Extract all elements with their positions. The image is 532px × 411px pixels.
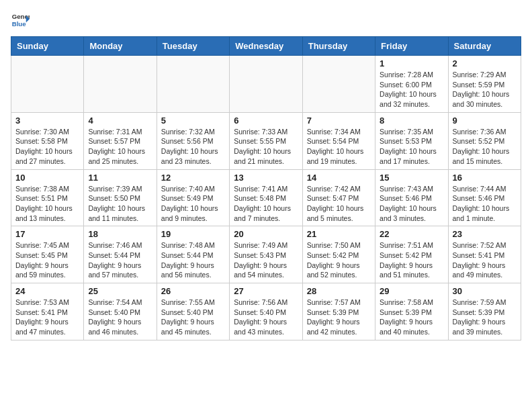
calendar-cell: 11Sunrise: 7:39 AM Sunset: 5:50 PM Dayli… (84, 169, 157, 226)
calendar-cell: 16Sunrise: 7:44 AM Sunset: 5:46 PM Dayli… (448, 169, 521, 226)
calendar-cell: 6Sunrise: 7:33 AM Sunset: 5:55 PM Daylig… (230, 112, 302, 169)
calendar-cell: 7Sunrise: 7:34 AM Sunset: 5:54 PM Daylig… (302, 112, 375, 169)
calendar-cell: 28Sunrise: 7:57 AM Sunset: 5:39 PM Dayli… (302, 283, 375, 340)
day-info: Sunrise: 7:42 AM Sunset: 5:47 PM Dayligh… (307, 184, 371, 224)
day-info: Sunrise: 7:55 AM Sunset: 5:40 PM Dayligh… (161, 298, 225, 337)
calendar-cell: 17Sunrise: 7:45 AM Sunset: 5:45 PM Dayli… (11, 226, 84, 283)
day-number: 22 (380, 229, 443, 239)
calendar-cell: 14Sunrise: 7:42 AM Sunset: 5:47 PM Dayli… (302, 169, 375, 226)
day-info: Sunrise: 7:49 AM Sunset: 5:43 PM Dayligh… (234, 240, 298, 280)
calendar-cell: 12Sunrise: 7:40 AM Sunset: 5:49 PM Dayli… (157, 169, 229, 226)
day-number: 7 (307, 116, 371, 126)
calendar-cell: 19Sunrise: 7:48 AM Sunset: 5:44 PM Dayli… (157, 226, 229, 283)
calendar-cell: 2Sunrise: 7:29 AM Sunset: 5:59 PM Daylig… (448, 56, 521, 113)
calendar-week-row: 10Sunrise: 7:38 AM Sunset: 5:51 PM Dayli… (11, 169, 521, 226)
calendar-table: SundayMondayTuesdayWednesdayThursdayFrid… (11, 36, 521, 340)
calendar-cell: 3Sunrise: 7:30 AM Sunset: 5:58 PM Daylig… (11, 112, 84, 169)
day-info: Sunrise: 7:38 AM Sunset: 5:51 PM Dayligh… (15, 184, 79, 224)
calendar-cell: 25Sunrise: 7:54 AM Sunset: 5:40 PM Dayli… (84, 283, 157, 340)
day-number: 9 (453, 116, 517, 126)
calendar-cell: 20Sunrise: 7:49 AM Sunset: 5:43 PM Dayli… (230, 226, 302, 283)
day-number: 26 (161, 286, 225, 296)
day-number: 3 (15, 116, 79, 126)
logo-icon: General Blue (11, 11, 30, 30)
calendar-cell (11, 56, 84, 113)
day-number: 21 (307, 229, 371, 239)
calendar-cell: 27Sunrise: 7:56 AM Sunset: 5:40 PM Dayli… (230, 283, 302, 340)
day-number: 1 (380, 58, 443, 68)
day-number: 27 (234, 286, 298, 296)
calendar-cell: 26Sunrise: 7:55 AM Sunset: 5:40 PM Dayli… (157, 283, 229, 340)
calendar-cell: 13Sunrise: 7:41 AM Sunset: 5:48 PM Dayli… (230, 169, 302, 226)
day-info: Sunrise: 7:45 AM Sunset: 5:45 PM Dayligh… (15, 240, 79, 280)
column-header-tuesday: Tuesday (157, 37, 229, 56)
day-number: 13 (234, 173, 298, 183)
day-info: Sunrise: 7:39 AM Sunset: 5:50 PM Dayligh… (88, 184, 152, 224)
calendar-cell (84, 56, 157, 113)
day-number: 6 (234, 116, 298, 126)
day-info: Sunrise: 7:50 AM Sunset: 5:42 PM Dayligh… (307, 240, 371, 280)
day-number: 16 (453, 173, 517, 183)
calendar-cell: 15Sunrise: 7:43 AM Sunset: 5:46 PM Dayli… (375, 169, 448, 226)
calendar-cell: 22Sunrise: 7:51 AM Sunset: 5:42 PM Dayli… (375, 226, 448, 283)
logo: General Blue (11, 11, 32, 30)
calendar-cell: 10Sunrise: 7:38 AM Sunset: 5:51 PM Dayli… (11, 169, 84, 226)
calendar-week-row: 17Sunrise: 7:45 AM Sunset: 5:45 PM Dayli… (11, 226, 521, 283)
page-header: General Blue (11, 11, 521, 30)
day-number: 23 (453, 229, 517, 239)
day-number: 20 (234, 229, 298, 239)
day-number: 2 (453, 58, 517, 68)
day-info: Sunrise: 7:35 AM Sunset: 5:53 PM Dayligh… (380, 127, 443, 167)
day-number: 11 (88, 173, 152, 183)
column-header-thursday: Thursday (302, 37, 375, 56)
day-number: 19 (161, 229, 225, 239)
column-header-friday: Friday (375, 37, 448, 56)
day-info: Sunrise: 7:43 AM Sunset: 5:46 PM Dayligh… (380, 184, 443, 224)
day-info: Sunrise: 7:57 AM Sunset: 5:39 PM Dayligh… (307, 298, 371, 337)
calendar-cell: 8Sunrise: 7:35 AM Sunset: 5:53 PM Daylig… (375, 112, 448, 169)
calendar-cell: 30Sunrise: 7:59 AM Sunset: 5:39 PM Dayli… (448, 283, 521, 340)
day-info: Sunrise: 7:33 AM Sunset: 5:55 PM Dayligh… (234, 127, 298, 167)
calendar-cell: 1Sunrise: 7:28 AM Sunset: 6:00 PM Daylig… (375, 56, 448, 113)
day-number: 4 (88, 116, 152, 126)
day-info: Sunrise: 7:52 AM Sunset: 5:41 PM Dayligh… (453, 240, 517, 280)
day-info: Sunrise: 7:53 AM Sunset: 5:41 PM Dayligh… (15, 298, 79, 337)
calendar-cell: 21Sunrise: 7:50 AM Sunset: 5:42 PM Dayli… (302, 226, 375, 283)
day-info: Sunrise: 7:31 AM Sunset: 5:57 PM Dayligh… (88, 127, 152, 167)
calendar-week-row: 1Sunrise: 7:28 AM Sunset: 6:00 PM Daylig… (11, 56, 521, 113)
column-header-monday: Monday (84, 37, 157, 56)
day-number: 12 (161, 173, 225, 183)
day-info: Sunrise: 7:48 AM Sunset: 5:44 PM Dayligh… (161, 240, 225, 280)
column-header-saturday: Saturday (448, 37, 521, 56)
day-info: Sunrise: 7:34 AM Sunset: 5:54 PM Dayligh… (307, 127, 371, 167)
calendar-cell: 29Sunrise: 7:58 AM Sunset: 5:39 PM Dayli… (375, 283, 448, 340)
calendar-cell: 4Sunrise: 7:31 AM Sunset: 5:57 PM Daylig… (84, 112, 157, 169)
calendar-cell: 18Sunrise: 7:46 AM Sunset: 5:44 PM Dayli… (84, 226, 157, 283)
day-number: 30 (453, 286, 517, 296)
calendar-cell: 24Sunrise: 7:53 AM Sunset: 5:41 PM Dayli… (11, 283, 84, 340)
day-number: 25 (88, 286, 152, 296)
day-info: Sunrise: 7:29 AM Sunset: 5:59 PM Dayligh… (453, 70, 517, 109)
calendar-week-row: 24Sunrise: 7:53 AM Sunset: 5:41 PM Dayli… (11, 283, 521, 340)
day-info: Sunrise: 7:58 AM Sunset: 5:39 PM Dayligh… (380, 298, 443, 337)
day-info: Sunrise: 7:36 AM Sunset: 5:52 PM Dayligh… (453, 127, 517, 167)
day-number: 14 (307, 173, 371, 183)
calendar-cell (157, 56, 229, 113)
day-number: 5 (161, 116, 225, 126)
day-info: Sunrise: 7:59 AM Sunset: 5:39 PM Dayligh… (453, 298, 517, 337)
day-info: Sunrise: 7:46 AM Sunset: 5:44 PM Dayligh… (88, 240, 152, 280)
svg-text:Blue: Blue (12, 20, 26, 28)
day-info: Sunrise: 7:41 AM Sunset: 5:48 PM Dayligh… (234, 184, 298, 224)
day-info: Sunrise: 7:30 AM Sunset: 5:58 PM Dayligh… (15, 127, 79, 167)
day-number: 18 (88, 229, 152, 239)
day-info: Sunrise: 7:44 AM Sunset: 5:46 PM Dayligh… (453, 184, 517, 224)
column-header-sunday: Sunday (11, 37, 84, 56)
calendar-cell (230, 56, 302, 113)
column-header-wednesday: Wednesday (230, 37, 302, 56)
day-info: Sunrise: 7:54 AM Sunset: 5:40 PM Dayligh… (88, 298, 152, 337)
day-info: Sunrise: 7:32 AM Sunset: 5:56 PM Dayligh… (161, 127, 225, 167)
day-number: 17 (15, 229, 79, 239)
calendar-cell: 23Sunrise: 7:52 AM Sunset: 5:41 PM Dayli… (448, 226, 521, 283)
day-info: Sunrise: 7:28 AM Sunset: 6:00 PM Dayligh… (380, 70, 443, 109)
day-number: 15 (380, 173, 443, 183)
